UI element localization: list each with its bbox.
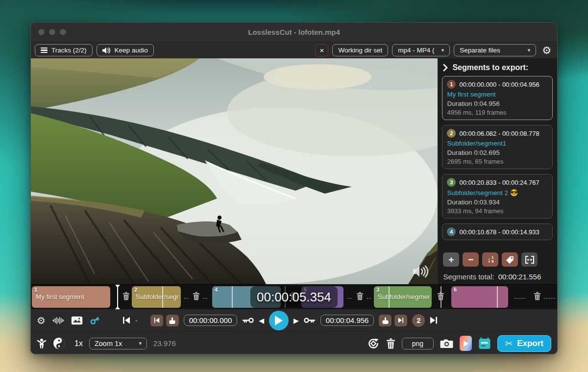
tracks-menu-icon (41, 48, 48, 53)
gap-dashes: ----- (514, 295, 526, 301)
segment-meta: 4956 ms, 119 frames (447, 109, 548, 116)
trash-icon[interactable] (534, 292, 541, 300)
timeline-zoom-select[interactable]: Zoom 1x ▾ (89, 338, 147, 349)
set-cut-start-button[interactable] (166, 315, 179, 326)
keep-audio-label: Keep audio (115, 47, 148, 54)
trash-icon[interactable] (193, 292, 200, 300)
current-segment-badge[interactable]: 2 (412, 314, 425, 327)
scissors-icon: ✂ (505, 338, 513, 349)
tracks-button[interactable]: Tracks (2/2) (35, 44, 93, 56)
segments-header-label: Segments to export: (452, 63, 528, 72)
volume-icon[interactable] (412, 265, 430, 278)
sort-segments-button[interactable]: ↓ 19 (482, 252, 498, 267)
jump-start-icon[interactable] (122, 317, 130, 324)
segment-card[interactable]: 2 00:00:06.082 - 00:00:08.778 Subfolder/… (442, 125, 553, 169)
segment-card[interactable]: 3 00:00:20.833 - 00:00:24.767 Subfolder/… (442, 174, 553, 219)
yin-yang-icon[interactable] (53, 337, 65, 349)
segment-time-range: 00:00:20.833 - 00:00:24.767 (459, 179, 539, 186)
next-segment-icon (398, 318, 404, 323)
export-button[interactable]: ✂ Export (497, 335, 551, 352)
segment-card[interactable]: 4 00:00:10.678 - 00:00:14.933 (442, 223, 553, 240)
settings-icon[interactable]: ⚙ (37, 316, 46, 325)
label-segment-button[interactable] (502, 252, 518, 267)
timeline-segment-number: 1 (34, 287, 37, 293)
segment-number-badge: 4 (447, 227, 456, 236)
invert-segments-button[interactable] (521, 252, 538, 267)
trash-icon[interactable] (356, 292, 364, 300)
play-icon (275, 316, 288, 325)
output-format-value: mp4 - MP4 (M (398, 47, 434, 54)
cut-start-time-input[interactable]: 00:00:00.000 (184, 315, 238, 326)
timeline-segment[interactable]: 3 Subfolder/segment 2 (374, 286, 432, 308)
speaker-icon (102, 47, 111, 54)
jump-end-icon[interactable] (430, 317, 438, 324)
segment-card[interactable]: 1 00:00:00.000 - 00:00:04.956 My first s… (442, 76, 553, 120)
segment-name-link[interactable]: My first segment (447, 91, 548, 98)
preview-thumbnail-icon[interactable] (460, 336, 472, 351)
export-settings-icon[interactable] (478, 337, 491, 350)
frame-forward-icon[interactable]: ▶ (294, 317, 299, 324)
gap-dashes: -- (203, 295, 208, 301)
close-icon: × (320, 46, 324, 54)
video-preview[interactable] (31, 58, 438, 284)
output-format-select[interactable]: mp4 - MP4 (M ▾ (392, 44, 450, 56)
segment-duration: Duration 0:02.695 (447, 149, 548, 156)
timeline-segment[interactable]: 2 Subfolder/segment1 (132, 286, 181, 308)
fps-label: 23.976 (153, 339, 176, 347)
add-segment-button[interactable]: + (443, 252, 459, 267)
gap-dashes: -- (347, 295, 352, 301)
trash-icon[interactable] (122, 292, 130, 300)
playback-controls: ⚙ - 00:00:00.000 ◀ ▶ 00:00:04.956 2 (31, 309, 557, 331)
tag-icon (506, 255, 514, 264)
playback-speed-label: 1x (74, 339, 83, 348)
cut-start-group (150, 315, 179, 326)
timeline-segment-label: Subfolder/segment1 (136, 293, 179, 300)
output-mode-select[interactable]: Separate files ▾ (454, 44, 536, 56)
segment-name-link[interactable]: Subfolder/segment 2 😎 (447, 189, 548, 197)
titlebar: LosslessCut - lofoten.mp4 (31, 23, 557, 42)
segment-time-range: 00:00:06.082 - 00:00:08.778 (459, 130, 539, 137)
chevron-down-icon: ▾ (139, 340, 142, 347)
capture-format-button[interactable]: png (402, 338, 434, 349)
seek-next-keyframe-icon[interactable] (304, 317, 316, 323)
remove-segment-button[interactable]: − (463, 252, 479, 267)
timeline-segment-label: My first segment (36, 293, 108, 300)
chevron-right-icon (443, 64, 448, 72)
timeline[interactable]: 1 My first segment 2 Subfolder/segment1 … (31, 284, 557, 309)
settings-gear-icon[interactable]: ⚙ (542, 45, 551, 55)
controls-dash: - (135, 317, 138, 324)
close-file-button[interactable]: × (315, 44, 328, 56)
segments-total: Segments total: 00:00:21.556 (442, 272, 553, 282)
waveform-icon[interactable] (52, 317, 65, 324)
segments-header[interactable]: Segments to export: (442, 61, 553, 76)
segment-duration: Duration 0:03.934 (447, 198, 548, 206)
working-dir-button[interactable]: Working dir set (332, 44, 388, 56)
jump-cut-end-button[interactable] (394, 315, 407, 326)
timeline-segment-number: 4 (215, 287, 218, 293)
rotate-icon[interactable] (367, 337, 380, 350)
mascot-icon[interactable] (37, 338, 47, 349)
seek-prev-keyframe-icon[interactable] (242, 317, 254, 323)
camera-icon[interactable] (440, 339, 453, 348)
keep-audio-button[interactable]: Keep audio (97, 44, 154, 56)
play-button[interactable] (269, 311, 289, 330)
keyframe-cut-icon[interactable] (89, 315, 100, 326)
prev-segment-icon (154, 318, 160, 323)
frame-back-icon[interactable]: ◀ (259, 317, 264, 324)
set-cut-end-button[interactable] (379, 315, 392, 326)
cut-end-group (379, 315, 407, 326)
segment-name-link[interactable]: Subfolder/segment1 (447, 140, 548, 147)
chevron-down-icon: ▾ (441, 47, 444, 53)
thumbnails-icon[interactable] (71, 316, 83, 325)
cut-end-time-input[interactable]: 00:00:04.956 (320, 315, 374, 326)
playhead-cursor[interactable] (117, 285, 118, 309)
segment-number-badge: 2 (447, 129, 456, 138)
current-time-display: 00:00:05.354 (250, 286, 338, 308)
segments-list: 1 00:00:00.000 - 00:00:04.956 My first s… (442, 76, 553, 248)
trash-icon[interactable] (437, 292, 444, 300)
segments-sidebar: Segments to export: 1 00:00:00.000 - 00:… (438, 58, 557, 284)
timeline-segment[interactable]: 6 (451, 286, 508, 308)
jump-cut-start-button[interactable] (150, 315, 163, 326)
trash-icon[interactable] (386, 338, 395, 349)
timeline-segment[interactable]: 1 My first segment (32, 286, 110, 308)
